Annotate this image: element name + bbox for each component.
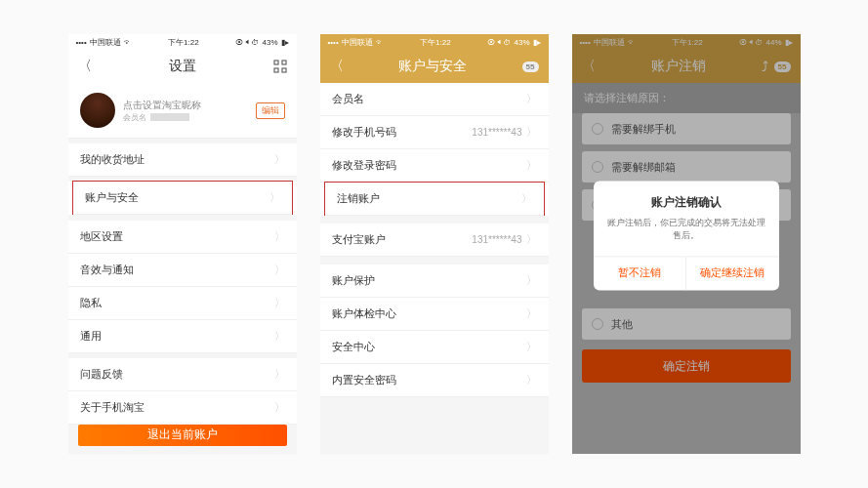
- battery: 43%: [514, 38, 529, 47]
- reason-unbind-email[interactable]: 需要解绑邮箱: [582, 151, 791, 183]
- badge[interactable]: 55: [774, 61, 791, 72]
- svg-rect-0: [274, 61, 278, 64]
- chevron-right-icon: 〉: [274, 296, 285, 310]
- profile-sub: 会员名: [123, 112, 146, 123]
- battery: 43%: [262, 38, 277, 47]
- battery-icon: ▮▸: [533, 38, 541, 47]
- chevron-right-icon: 〉: [526, 340, 537, 354]
- svg-rect-2: [274, 68, 278, 72]
- signal-icon: ••••: [328, 38, 339, 47]
- time: 下午1:22: [420, 37, 451, 48]
- chevron-right-icon: 〉: [274, 367, 285, 382]
- dialog-message: 账户注销后，你已完成的交易将无法处理售后。: [605, 218, 767, 242]
- chevron-right-icon: 〉: [526, 373, 537, 387]
- row-general[interactable]: 通用〉: [68, 320, 297, 353]
- radio-icon: [592, 161, 603, 173]
- row-about[interactable]: 关于手机淘宝〉: [68, 391, 297, 425]
- confirm-dialog: 账户注销确认 账户注销后，你已完成的交易将无法处理售后。 暂不注销 确定继续注销: [594, 182, 779, 290]
- battery: 44%: [765, 38, 781, 47]
- row-cancel-account[interactable]: 注销账户〉: [325, 183, 544, 216]
- signal-icon: ••••: [580, 38, 591, 47]
- radio-icon: [592, 123, 603, 135]
- status-bar: ••••中国联通ᯤ 下午1:22 ⦿ ◀ ⏱43%▮▸: [68, 34, 297, 50]
- page-title: 账户注销: [596, 58, 762, 75]
- profile-name: 点击设置淘宝昵称: [123, 99, 248, 112]
- dialog-cancel-button[interactable]: 暂不注销: [594, 257, 687, 290]
- alipay-value: 131******43: [472, 234, 521, 245]
- svg-rect-3: [282, 68, 286, 72]
- wifi-icon: ᯤ: [628, 38, 636, 47]
- chevron-right-icon: 〉: [274, 400, 285, 415]
- time: 下午1:22: [168, 37, 199, 48]
- page-title: 账户与安全: [344, 58, 522, 75]
- edit-button[interactable]: 编辑: [256, 102, 285, 119]
- status-bar: ••••中国联通ᯤ 下午1:22 ⦿ ◀ ⏱43%▮▸: [320, 34, 549, 50]
- back-icon[interactable]: 〈: [582, 58, 596, 75]
- battery-icon: ▮▸: [281, 38, 289, 47]
- header: 〈 设置: [68, 50, 297, 83]
- blurred-name: [150, 113, 189, 121]
- radio-icon: [592, 318, 603, 330]
- screen-account-security: ••••中国联通ᯤ 下午1:22 ⦿ ◀ ⏱43%▮▸ 〈 账户与安全 55 会…: [320, 34, 549, 454]
- chevron-right-icon: 〉: [269, 190, 280, 205]
- screen-settings: ••••中国联通ᯤ 下午1:22 ⦿ ◀ ⏱43%▮▸ 〈 设置 点击设置淘宝昵…: [68, 34, 297, 454]
- avatar: [80, 93, 115, 128]
- back-icon[interactable]: 〈: [330, 58, 344, 75]
- chevron-right-icon: 〉: [274, 329, 285, 344]
- nav-icon: ⦿ ◀ ⏱: [739, 38, 763, 47]
- row-health[interactable]: 账户体检中心〉: [320, 298, 549, 331]
- signal-icon: ••••: [76, 38, 87, 47]
- row-member[interactable]: 会员名〉: [320, 83, 549, 116]
- row-phone[interactable]: 修改手机号码131******43〉: [320, 116, 549, 149]
- logout-button[interactable]: 退出当前账户: [78, 425, 287, 446]
- row-privacy[interactable]: 隐私〉: [68, 287, 297, 320]
- wifi-icon: ᯤ: [124, 38, 132, 47]
- scan-icon[interactable]: [273, 60, 287, 73]
- chevron-right-icon: 〉: [521, 191, 532, 206]
- chevron-right-icon: 〉: [274, 229, 285, 244]
- row-feedback[interactable]: 问题反馈〉: [68, 358, 297, 391]
- phone-value: 131******43: [472, 127, 521, 138]
- carrier: 中国联通: [342, 37, 373, 48]
- confirm-cancel-button[interactable]: 确定注销: [582, 349, 791, 383]
- dialog-title: 账户注销确认: [605, 195, 767, 212]
- carrier: 中国联通: [90, 37, 121, 48]
- chevron-right-icon: 〉: [526, 92, 537, 106]
- screen-cancel-account: ••••中国联通ᯤ 下午1:22 ⦿ ◀ ⏱44%▮▸ 〈 账户注销 ⤴55 请…: [572, 34, 801, 454]
- reason-prompt: 请选择注销原因：: [572, 83, 801, 113]
- row-address[interactable]: 我的收货地址〉: [68, 143, 297, 177]
- chevron-right-icon: 〉: [274, 263, 285, 277]
- time: 下午1:22: [672, 37, 703, 48]
- chevron-right-icon: 〉: [526, 306, 537, 321]
- carrier: 中国联通: [594, 37, 625, 48]
- row-center[interactable]: 安全中心〉: [320, 331, 549, 364]
- row-protect[interactable]: 账户保护〉: [320, 264, 549, 298]
- dialog-ok-button[interactable]: 确定继续注销: [686, 257, 779, 290]
- chevron-right-icon: 〉: [526, 158, 537, 173]
- page-title: 设置: [92, 58, 273, 75]
- row-alipay[interactable]: 支付宝账户131******43〉: [320, 224, 549, 257]
- header: 〈 账户与安全 55: [320, 50, 549, 83]
- row-region[interactable]: 地区设置〉: [68, 221, 297, 254]
- profile-row[interactable]: 点击设置淘宝昵称 会员名 编辑: [68, 83, 297, 139]
- badge[interactable]: 55: [522, 61, 539, 72]
- reason-unbind-phone[interactable]: 需要解绑手机: [582, 113, 791, 144]
- chevron-right-icon: 〉: [526, 232, 537, 247]
- wifi-icon: ᯤ: [376, 38, 384, 47]
- chevron-right-icon: 〉: [526, 273, 537, 288]
- row-security[interactable]: 账户与安全〉: [73, 182, 292, 215]
- svg-rect-1: [282, 61, 286, 64]
- battery-icon: ▮▸: [785, 38, 793, 47]
- header: 〈 账户注销 ⤴55: [572, 50, 801, 83]
- back-icon[interactable]: 〈: [78, 58, 92, 75]
- chevron-right-icon: 〉: [526, 125, 537, 140]
- nav-icon: ⦿ ◀ ⏱: [487, 38, 511, 47]
- chevron-right-icon: 〉: [274, 152, 285, 167]
- row-password[interactable]: 修改登录密码〉: [320, 149, 549, 183]
- share-icon[interactable]: ⤴: [762, 59, 768, 74]
- row-code[interactable]: 内置安全密码〉: [320, 364, 549, 397]
- row-sound[interactable]: 音效与通知〉: [68, 254, 297, 287]
- nav-icon: ⦿ ◀ ⏱: [235, 38, 259, 47]
- reason-other[interactable]: 其他: [582, 308, 791, 340]
- status-bar: ••••中国联通ᯤ 下午1:22 ⦿ ◀ ⏱44%▮▸: [572, 34, 801, 50]
